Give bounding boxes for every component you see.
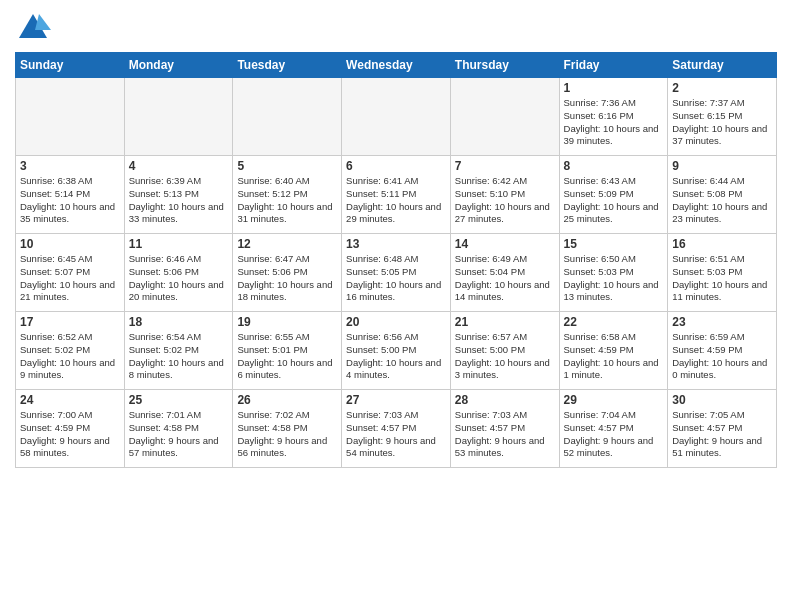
day-number: 26 [237,393,337,407]
calendar-table: SundayMondayTuesdayWednesdayThursdayFrid… [15,52,777,468]
logo-icon [15,10,51,46]
calendar-cell: 29Sunrise: 7:04 AM Sunset: 4:57 PM Dayli… [559,390,668,468]
calendar-cell: 23Sunrise: 6:59 AM Sunset: 4:59 PM Dayli… [668,312,777,390]
calendar-cell: 8Sunrise: 6:43 AM Sunset: 5:09 PM Daylig… [559,156,668,234]
day-info: Sunrise: 6:56 AM Sunset: 5:00 PM Dayligh… [346,331,446,382]
calendar-header: SundayMondayTuesdayWednesdayThursdayFrid… [16,53,777,78]
day-number: 9 [672,159,772,173]
day-info: Sunrise: 7:00 AM Sunset: 4:59 PM Dayligh… [20,409,120,460]
day-number: 2 [672,81,772,95]
calendar-cell: 18Sunrise: 6:54 AM Sunset: 5:02 PM Dayli… [124,312,233,390]
day-number: 10 [20,237,120,251]
day-of-week-header: Friday [559,53,668,78]
day-number: 11 [129,237,229,251]
day-info: Sunrise: 7:05 AM Sunset: 4:57 PM Dayligh… [672,409,772,460]
day-info: Sunrise: 6:52 AM Sunset: 5:02 PM Dayligh… [20,331,120,382]
day-info: Sunrise: 6:42 AM Sunset: 5:10 PM Dayligh… [455,175,555,226]
day-info: Sunrise: 6:54 AM Sunset: 5:02 PM Dayligh… [129,331,229,382]
calendar-cell: 27Sunrise: 7:03 AM Sunset: 4:57 PM Dayli… [342,390,451,468]
day-number: 3 [20,159,120,173]
day-info: Sunrise: 6:44 AM Sunset: 5:08 PM Dayligh… [672,175,772,226]
day-info: Sunrise: 7:36 AM Sunset: 6:16 PM Dayligh… [564,97,664,148]
day-number: 19 [237,315,337,329]
day-number: 6 [346,159,446,173]
day-info: Sunrise: 6:39 AM Sunset: 5:13 PM Dayligh… [129,175,229,226]
calendar-cell [450,78,559,156]
calendar-cell: 15Sunrise: 6:50 AM Sunset: 5:03 PM Dayli… [559,234,668,312]
day-info: Sunrise: 7:02 AM Sunset: 4:58 PM Dayligh… [237,409,337,460]
calendar-cell: 26Sunrise: 7:02 AM Sunset: 4:58 PM Dayli… [233,390,342,468]
day-number: 28 [455,393,555,407]
day-info: Sunrise: 6:51 AM Sunset: 5:03 PM Dayligh… [672,253,772,304]
calendar-cell: 3Sunrise: 6:38 AM Sunset: 5:14 PM Daylig… [16,156,125,234]
day-info: Sunrise: 6:55 AM Sunset: 5:01 PM Dayligh… [237,331,337,382]
calendar-cell: 14Sunrise: 6:49 AM Sunset: 5:04 PM Dayli… [450,234,559,312]
calendar-cell: 22Sunrise: 6:58 AM Sunset: 4:59 PM Dayli… [559,312,668,390]
calendar-cell: 28Sunrise: 7:03 AM Sunset: 4:57 PM Dayli… [450,390,559,468]
calendar-cell: 10Sunrise: 6:45 AM Sunset: 5:07 PM Dayli… [16,234,125,312]
day-number: 29 [564,393,664,407]
day-number: 8 [564,159,664,173]
day-number: 16 [672,237,772,251]
day-info: Sunrise: 6:49 AM Sunset: 5:04 PM Dayligh… [455,253,555,304]
calendar-cell: 20Sunrise: 6:56 AM Sunset: 5:00 PM Dayli… [342,312,451,390]
calendar-cell: 13Sunrise: 6:48 AM Sunset: 5:05 PM Dayli… [342,234,451,312]
day-of-week-header: Wednesday [342,53,451,78]
calendar-cell: 16Sunrise: 6:51 AM Sunset: 5:03 PM Dayli… [668,234,777,312]
day-number: 4 [129,159,229,173]
day-of-week-header: Sunday [16,53,125,78]
calendar-cell: 11Sunrise: 6:46 AM Sunset: 5:06 PM Dayli… [124,234,233,312]
calendar-cell: 19Sunrise: 6:55 AM Sunset: 5:01 PM Dayli… [233,312,342,390]
logo [15,10,55,46]
calendar-cell: 1Sunrise: 7:36 AM Sunset: 6:16 PM Daylig… [559,78,668,156]
day-number: 27 [346,393,446,407]
day-info: Sunrise: 7:01 AM Sunset: 4:58 PM Dayligh… [129,409,229,460]
day-number: 13 [346,237,446,251]
day-info: Sunrise: 6:47 AM Sunset: 5:06 PM Dayligh… [237,253,337,304]
calendar-cell: 30Sunrise: 7:05 AM Sunset: 4:57 PM Dayli… [668,390,777,468]
calendar-cell: 5Sunrise: 6:40 AM Sunset: 5:12 PM Daylig… [233,156,342,234]
day-number: 7 [455,159,555,173]
day-number: 23 [672,315,772,329]
day-info: Sunrise: 6:50 AM Sunset: 5:03 PM Dayligh… [564,253,664,304]
day-info: Sunrise: 6:58 AM Sunset: 4:59 PM Dayligh… [564,331,664,382]
calendar-cell: 21Sunrise: 6:57 AM Sunset: 5:00 PM Dayli… [450,312,559,390]
day-number: 17 [20,315,120,329]
day-info: Sunrise: 7:37 AM Sunset: 6:15 PM Dayligh… [672,97,772,148]
calendar-cell: 24Sunrise: 7:00 AM Sunset: 4:59 PM Dayli… [16,390,125,468]
day-number: 20 [346,315,446,329]
day-info: Sunrise: 6:45 AM Sunset: 5:07 PM Dayligh… [20,253,120,304]
day-info: Sunrise: 6:43 AM Sunset: 5:09 PM Dayligh… [564,175,664,226]
day-number: 15 [564,237,664,251]
day-number: 1 [564,81,664,95]
calendar-cell: 17Sunrise: 6:52 AM Sunset: 5:02 PM Dayli… [16,312,125,390]
day-of-week-header: Tuesday [233,53,342,78]
day-info: Sunrise: 7:03 AM Sunset: 4:57 PM Dayligh… [455,409,555,460]
day-number: 12 [237,237,337,251]
day-info: Sunrise: 6:40 AM Sunset: 5:12 PM Dayligh… [237,175,337,226]
day-info: Sunrise: 6:41 AM Sunset: 5:11 PM Dayligh… [346,175,446,226]
day-info: Sunrise: 6:57 AM Sunset: 5:00 PM Dayligh… [455,331,555,382]
day-info: Sunrise: 6:46 AM Sunset: 5:06 PM Dayligh… [129,253,229,304]
calendar-cell [342,78,451,156]
calendar-cell: 4Sunrise: 6:39 AM Sunset: 5:13 PM Daylig… [124,156,233,234]
day-info: Sunrise: 6:59 AM Sunset: 4:59 PM Dayligh… [672,331,772,382]
calendar-cell [233,78,342,156]
day-number: 25 [129,393,229,407]
day-number: 22 [564,315,664,329]
day-number: 24 [20,393,120,407]
day-info: Sunrise: 6:38 AM Sunset: 5:14 PM Dayligh… [20,175,120,226]
calendar-cell [124,78,233,156]
calendar-cell: 7Sunrise: 6:42 AM Sunset: 5:10 PM Daylig… [450,156,559,234]
day-number: 5 [237,159,337,173]
day-number: 14 [455,237,555,251]
day-of-week-header: Thursday [450,53,559,78]
day-number: 21 [455,315,555,329]
day-of-week-header: Saturday [668,53,777,78]
day-of-week-header: Monday [124,53,233,78]
day-number: 30 [672,393,772,407]
calendar-cell: 2Sunrise: 7:37 AM Sunset: 6:15 PM Daylig… [668,78,777,156]
calendar-cell: 9Sunrise: 6:44 AM Sunset: 5:08 PM Daylig… [668,156,777,234]
day-info: Sunrise: 6:48 AM Sunset: 5:05 PM Dayligh… [346,253,446,304]
day-number: 18 [129,315,229,329]
